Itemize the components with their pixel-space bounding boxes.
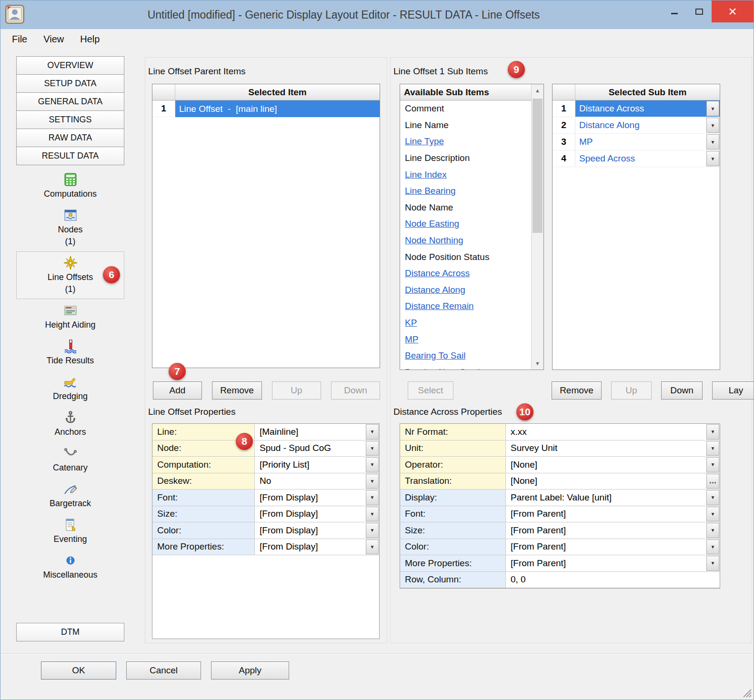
titlebar[interactable]: Untitled [modified] - Generic Display La… bbox=[0, 0, 754, 29]
selected-sub-item-row[interactable]: 1Distance Across bbox=[553, 100, 720, 117]
prop-value-field[interactable]: [Mainline] bbox=[255, 424, 379, 440]
minimize-button[interactable] bbox=[662, 0, 687, 22]
dropdown-icon[interactable] bbox=[706, 507, 719, 522]
available-sub-item[interactable]: Node Position Status bbox=[400, 249, 531, 265]
sidebar-item-eventing[interactable]: Eventing bbox=[16, 513, 124, 549]
lay-button[interactable]: Lay bbox=[712, 381, 754, 400]
dropdown-icon[interactable] bbox=[366, 540, 379, 555]
dropdown-icon[interactable] bbox=[366, 523, 379, 538]
sidebar-section-general-data[interactable]: GENERAL DATA bbox=[16, 92, 124, 111]
dropdown-icon[interactable] bbox=[366, 441, 379, 456]
available-sub-item[interactable]: Distance Along bbox=[400, 282, 531, 299]
parent-item-row[interactable]: 1Line Offset - [main line] bbox=[152, 100, 380, 117]
prop-value-field[interactable]: Survey Unit bbox=[506, 440, 720, 457]
sidebar-section-result-data[interactable]: RESULT DATA bbox=[16, 147, 124, 165]
sidebar-item-anchors[interactable]: Anchors bbox=[16, 406, 124, 442]
scroll-thumb[interactable] bbox=[533, 99, 543, 233]
menu-file[interactable]: File bbox=[10, 33, 29, 46]
prop-value-field[interactable]: x.xx bbox=[506, 424, 720, 440]
sub-item-field[interactable]: Distance Across bbox=[575, 100, 720, 117]
prop-value-field[interactable]: [None] bbox=[506, 457, 720, 473]
available-sub-item[interactable]: KP bbox=[400, 315, 531, 331]
menu-view[interactable]: View bbox=[41, 33, 66, 46]
sidebar-item-nodes[interactable]: Nodes(1) bbox=[16, 204, 124, 251]
down-button[interactable]: Down bbox=[661, 381, 703, 400]
selected-sub-item-row[interactable]: 3MP bbox=[553, 134, 720, 150]
prop-value-field[interactable]: [From Parent] bbox=[506, 506, 720, 522]
prop-value-field[interactable]: 0, 0 bbox=[506, 572, 720, 588]
sidebar-item-height-aiding[interactable]: Height Aiding bbox=[16, 299, 124, 335]
sub-item-field[interactable]: Speed Across bbox=[575, 150, 720, 167]
scroll-up-icon[interactable] bbox=[532, 84, 543, 97]
menu-help[interactable]: Help bbox=[78, 33, 101, 46]
remove-button[interactable]: Remove bbox=[212, 381, 262, 400]
dropdown-icon[interactable] bbox=[706, 424, 719, 440]
available-sub-item[interactable]: MP bbox=[400, 331, 531, 348]
prop-value-field[interactable]: [From Display] bbox=[255, 539, 379, 555]
available-sub-item[interactable]: Bearing To Sail bbox=[400, 348, 531, 364]
available-sub-item[interactable]: Line Index bbox=[400, 166, 531, 183]
available-sub-item[interactable]: Comment bbox=[400, 100, 531, 117]
sidebar-item-tide-results[interactable]: Tide Results bbox=[16, 335, 124, 370]
sidebar-item-miscellaneous[interactable]: Miscellaneous bbox=[16, 549, 124, 585]
dropdown-icon[interactable] bbox=[366, 507, 379, 522]
prop-value-field[interactable]: Parent Label: Value [unit] bbox=[506, 490, 720, 506]
sidebar-section-setup-data[interactable]: SETUP DATA bbox=[16, 74, 124, 93]
prop-value-field[interactable]: [From Parent] bbox=[506, 539, 720, 555]
sidebar-section-raw-data[interactable]: RAW DATA bbox=[16, 129, 124, 147]
selected-sub-item-row[interactable]: 4Speed Across bbox=[553, 150, 720, 167]
dropdown-icon[interactable] bbox=[366, 457, 379, 472]
sub-item-field[interactable]: MP bbox=[575, 134, 720, 150]
dropdown-icon[interactable] bbox=[706, 134, 719, 150]
dropdown-icon[interactable] bbox=[706, 101, 719, 116]
dropdown-icon[interactable] bbox=[706, 523, 719, 538]
prop-value-field[interactable]: Spud - Spud CoG bbox=[255, 440, 379, 457]
prop-value-field[interactable]: [None] bbox=[506, 473, 720, 490]
add-button[interactable]: Add bbox=[153, 381, 202, 400]
available-sub-item[interactable]: Distance Across bbox=[400, 265, 531, 282]
scroll-down-icon[interactable] bbox=[532, 357, 543, 370]
available-sub-item[interactable]: Line Description bbox=[400, 150, 531, 167]
resize-grip[interactable] bbox=[741, 687, 752, 698]
available-sub-item[interactable]: Line Type bbox=[400, 133, 531, 150]
scrollbar[interactable] bbox=[531, 84, 543, 370]
prop-value-field[interactable]: [From Display] bbox=[255, 506, 379, 522]
dropdown-icon[interactable] bbox=[366, 490, 379, 505]
close-button[interactable]: × bbox=[712, 0, 754, 22]
down-button[interactable]: Down bbox=[331, 381, 380, 400]
sidebar-section-settings[interactable]: SETTINGS bbox=[16, 110, 124, 129]
available-sub-item[interactable]: Bearing Next Section bbox=[400, 364, 531, 370]
remove-button[interactable]: Remove bbox=[552, 381, 602, 400]
prop-value-field[interactable]: [From Display] bbox=[255, 490, 379, 506]
sidebar-section-overview[interactable]: OVERVIEW bbox=[16, 56, 124, 75]
dropdown-icon[interactable] bbox=[706, 490, 719, 505]
prop-value-field[interactable]: [From Display] bbox=[255, 522, 379, 539]
dropdown-icon[interactable] bbox=[706, 151, 719, 166]
select-button[interactable]: Select bbox=[408, 381, 453, 400]
dropdown-icon[interactable] bbox=[706, 441, 719, 456]
sidebar-item-dredging[interactable]: Dredging bbox=[16, 370, 124, 406]
apply-button[interactable]: Apply bbox=[211, 661, 289, 680]
dropdown-icon[interactable] bbox=[706, 556, 719, 571]
dropdown-icon[interactable] bbox=[706, 118, 719, 133]
ok-button[interactable]: OK bbox=[41, 661, 116, 680]
sidebar-item-catenary[interactable]: Catenary bbox=[16, 442, 124, 478]
up-button[interactable]: Up bbox=[272, 381, 321, 400]
cancel-button[interactable]: Cancel bbox=[126, 661, 201, 680]
dropdown-icon[interactable] bbox=[706, 457, 719, 472]
up-button[interactable]: Up bbox=[611, 381, 652, 400]
maximize-button[interactable] bbox=[687, 0, 712, 22]
available-sub-item[interactable]: Node Name bbox=[400, 200, 531, 216]
sub-item-field[interactable]: Distance Along bbox=[575, 117, 720, 134]
available-sub-item[interactable]: Line Name bbox=[400, 117, 531, 134]
dropdown-icon[interactable] bbox=[366, 474, 379, 489]
available-sub-item[interactable]: Distance Remain bbox=[400, 298, 531, 315]
prop-value-field[interactable]: [From Parent] bbox=[506, 555, 720, 571]
dropdown-icon[interactable] bbox=[706, 540, 719, 555]
prop-value-field[interactable]: [Priority List] bbox=[255, 457, 379, 473]
sidebar-item-bargetrack[interactable]: Bargetrack bbox=[16, 478, 124, 513]
available-sub-item[interactable]: Node Northing bbox=[400, 232, 531, 249]
available-sub-item[interactable]: Node Easting bbox=[400, 216, 531, 232]
available-sub-item[interactable]: Line Bearing bbox=[400, 183, 531, 200]
prop-value-field[interactable]: [From Parent] bbox=[506, 522, 720, 539]
